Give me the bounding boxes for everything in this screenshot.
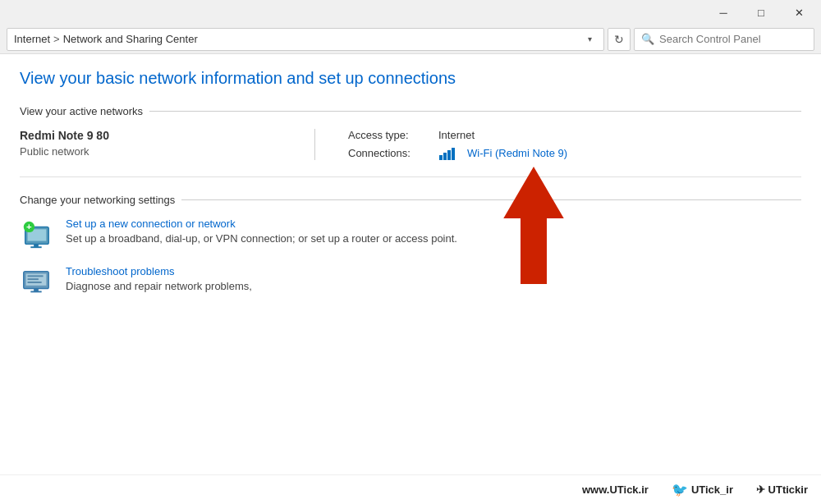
search-box: 🔍: [634, 28, 814, 51]
svg-rect-2: [447, 150, 451, 160]
access-type-row: Access type: Internet: [348, 129, 801, 141]
network-type: Public network: [20, 145, 298, 158]
troubleshoot-text-area: Troubleshoot problems Diagnose and repai…: [66, 265, 252, 292]
svg-rect-14: [28, 282, 42, 283]
breadcrumb-current: Network and Sharing Center: [63, 33, 198, 45]
troubleshoot-link[interactable]: Troubleshoot problems: [66, 265, 252, 277]
breadcrumb-dropdown-icon[interactable]: ▾: [583, 33, 597, 45]
close-button[interactable]: ✕: [780, 0, 818, 25]
breadcrumb-separator: >: [53, 33, 60, 45]
setup-connection-icon: +: [20, 218, 53, 250]
watermark-twitter: 🐦 UTick_ir: [672, 482, 733, 497]
network-left: Redmi Note 9 80 Public network: [20, 129, 315, 160]
twitter-icon: 🐦: [672, 482, 688, 497]
page-title: View your basic network information and …: [20, 67, 801, 89]
active-networks-area: Redmi Note 9 80 Public network Access ty…: [20, 129, 801, 177]
connections-row: Connections: Wi-Fi (Redmi Note 9): [348, 146, 801, 160]
troubleshoot-icon: [20, 265, 53, 298]
refresh-button[interactable]: ↻: [608, 28, 631, 51]
wifi-signal-icon: [438, 146, 459, 160]
address-bar: Internet > Network and Sharing Center ▾ …: [0, 25, 821, 54]
wifi-link[interactable]: Wi-Fi (Redmi Note 9): [467, 147, 567, 159]
svg-rect-0: [439, 155, 443, 160]
troubleshoot-item: Troubleshoot problems Diagnose and repai…: [20, 265, 801, 298]
breadcrumb[interactable]: Internet > Network and Sharing Center ▾: [7, 28, 604, 51]
main-content: View your basic network information and …: [0, 54, 821, 504]
svg-rect-12: [28, 275, 44, 277]
setup-link[interactable]: Set up a new connection or network: [66, 218, 457, 230]
active-networks-label: View your active networks: [20, 105, 801, 117]
footer-watermark: www.UTick.ir 🐦 UTick_ir ✈ UTtickir: [0, 474, 821, 504]
breadcrumb-parent: Internet: [14, 33, 50, 45]
search-input[interactable]: [659, 33, 807, 45]
setup-desc: Set up a broadband, dial-up, or VPN conn…: [66, 232, 457, 245]
svg-rect-1: [443, 153, 447, 160]
change-settings-label: Change your networking settings: [20, 194, 801, 206]
setup-connection-item: + Set up a new connection or network Set…: [20, 218, 801, 250]
maximize-button[interactable]: □: [742, 0, 780, 25]
watermark-website: www.UTick.ir: [582, 483, 649, 496]
minimize-button[interactable]: ─: [704, 0, 742, 25]
title-bar: ─ □ ✕: [0, 0, 821, 25]
svg-rect-7: [30, 246, 41, 248]
troubleshoot-desc: Diagnose and repair network problems,: [66, 280, 252, 292]
search-icon: 🔍: [641, 33, 654, 45]
access-type-value: Internet: [438, 129, 475, 141]
network-name: Redmi Note 9 80: [20, 129, 298, 142]
svg-rect-16: [30, 291, 41, 292]
watermark-telegram: ✈ UTtickir: [756, 483, 808, 496]
svg-text:+: +: [26, 222, 32, 231]
connections-label: Connections:: [348, 147, 430, 159]
svg-rect-13: [28, 278, 39, 280]
network-right: Access type: Internet Connections: Wi-Fi…: [315, 129, 801, 160]
setup-text-area: Set up a new connection or network Set u…: [66, 218, 457, 245]
svg-rect-3: [452, 148, 455, 160]
settings-section: Change your networking settings + Set u: [20, 194, 801, 298]
access-type-label: Access type:: [348, 129, 430, 141]
